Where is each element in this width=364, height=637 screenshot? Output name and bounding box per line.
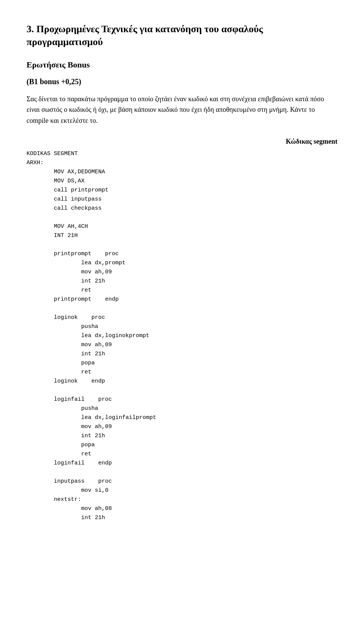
description: Σας δίνεται το παρακάτω πρόγραμμα το οπο… — [27, 94, 337, 126]
code-label: Κώδικας segment — [27, 138, 337, 146]
section-title: Ερωτήσεις Bonus — [27, 60, 337, 70]
bonus-label: (B1 bonus +0,25) — [27, 77, 337, 86]
code-section: Κώδικας segment KODIKAS SEGMENT ARXH: MO… — [27, 138, 337, 522]
main-title: 3. Προχωρημένες Τεχνικές για κατανόηση τ… — [27, 23, 337, 49]
code-block: KODIKAS SEGMENT ARXH: MOV AX,DEDOMENA MO… — [27, 149, 337, 522]
